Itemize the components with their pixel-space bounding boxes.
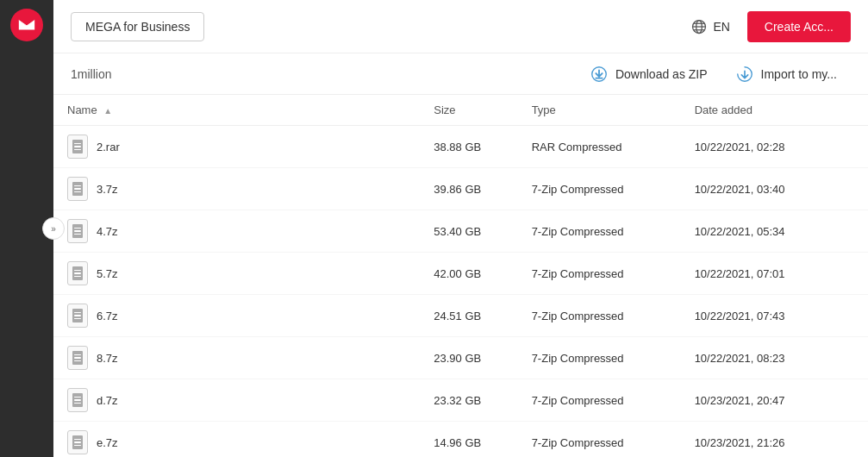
file-date-cell: 10/22/2021, 05:34 [681, 210, 868, 253]
file-name[interactable]: d.7z [97, 394, 118, 407]
language-label: EN [713, 20, 729, 34]
import-button[interactable]: Import to my... [721, 58, 851, 91]
file-name-cell: 8.7z [53, 337, 420, 379]
file-type-cell: 7-Zip Compressed [518, 295, 681, 337]
file-name[interactable]: 8.7z [97, 352, 118, 365]
create-account-button[interactable]: Create Acc... [747, 11, 851, 42]
file-date-cell: 10/22/2021, 07:43 [681, 295, 868, 337]
download-zip-icon [590, 65, 609, 84]
mega-logo[interactable] [10, 9, 43, 41]
file-icon [67, 177, 88, 201]
table-row[interactable]: 5.7z 42.00 GB7-Zip Compressed10/22/2021,… [53, 253, 868, 295]
file-size-cell: 24.51 GB [420, 295, 517, 337]
import-label: Import to my... [761, 67, 837, 81]
language-selector[interactable]: EN [690, 18, 729, 35]
file-name[interactable]: 3.7z [97, 183, 118, 196]
file-date-cell: 10/22/2021, 08:23 [681, 337, 868, 379]
file-size-cell: 23.90 GB [420, 337, 517, 379]
file-size-cell: 42.00 GB [420, 253, 517, 295]
header: MEGA for Business EN Create Acc... [53, 0, 868, 53]
file-type-cell: RAR Compressed [518, 126, 681, 168]
table-row[interactable]: 6.7z 24.51 GB7-Zip Compressed10/22/2021,… [53, 295, 868, 337]
table-header-row: Name ▲ Size Type Date added [53, 95, 868, 126]
import-icon [735, 65, 754, 84]
file-name-cell: d.7z [53, 379, 420, 422]
name-column-header[interactable]: Name ▲ [53, 95, 420, 126]
file-size-cell: 38.88 GB [420, 126, 517, 168]
file-size-cell: 14.96 GB [420, 422, 517, 458]
download-zip-label: Download as ZIP [615, 67, 708, 81]
date-column-header[interactable]: Date added [681, 95, 868, 126]
file-type-cell: 7-Zip Compressed [518, 422, 681, 458]
expand-icon: » [51, 224, 56, 234]
file-table-container: Name ▲ Size Type Date added 2.rar 38.8 [53, 95, 868, 457]
file-size-cell: 23.32 GB [420, 379, 517, 422]
table-row[interactable]: 3.7z 39.86 GB7-Zip Compressed10/22/2021,… [53, 168, 868, 210]
file-type-cell: 7-Zip Compressed [518, 253, 681, 295]
size-column-header[interactable]: Size [420, 95, 517, 126]
file-icon [67, 430, 88, 454]
file-name[interactable]: 5.7z [97, 267, 118, 280]
file-table-body: 2.rar 38.88 GBRAR Compressed10/22/2021, … [53, 126, 868, 458]
file-type-cell: 7-Zip Compressed [518, 210, 681, 253]
download-zip-button[interactable]: Download as ZIP [576, 58, 721, 91]
sidebar-expand-button[interactable]: » [42, 217, 65, 240]
file-size-cell: 39.86 GB [420, 168, 517, 210]
table-row[interactable]: e.7z 14.96 GB7-Zip Compressed10/23/2021,… [53, 422, 868, 458]
file-icon [67, 135, 88, 159]
file-date-cell: 10/23/2021, 20:47 [681, 379, 868, 422]
file-date-cell: 10/22/2021, 07:01 [681, 253, 868, 295]
file-icon [67, 304, 88, 328]
file-name-cell: 3.7z [53, 168, 420, 210]
file-icon [67, 261, 88, 285]
sort-icon: ▲ [103, 106, 112, 116]
globe-icon [690, 18, 708, 35]
file-type-cell: 7-Zip Compressed [518, 379, 681, 422]
table-row[interactable]: 4.7z 53.40 GB7-Zip Compressed10/22/2021,… [53, 210, 868, 253]
file-name-cell: 5.7z [53, 253, 420, 295]
table-row[interactable]: 2.rar 38.88 GBRAR Compressed10/22/2021, … [53, 126, 868, 168]
folder-name: 1million [71, 67, 111, 81]
file-name[interactable]: 2.rar [97, 141, 120, 153]
file-date-cell: 10/22/2021, 03:40 [681, 168, 868, 210]
type-column-header[interactable]: Type [518, 95, 681, 126]
file-name-cell: 2.rar [53, 126, 420, 168]
main-content: MEGA for Business EN Create Acc... 1mill… [53, 0, 868, 457]
file-icon [67, 388, 88, 412]
file-type-cell: 7-Zip Compressed [518, 337, 681, 379]
file-icon [67, 219, 88, 243]
table-row[interactable]: 8.7z 23.90 GB7-Zip Compressed10/22/2021,… [53, 337, 868, 379]
mega-for-business-button[interactable]: MEGA for Business [71, 12, 204, 41]
table-row[interactable]: d.7z 23.32 GB7-Zip Compressed10/23/2021,… [53, 379, 868, 422]
subheader: 1million Download as ZIP Import to my... [53, 53, 868, 95]
file-date-cell: 10/23/2021, 21:26 [681, 422, 868, 458]
sidebar: » [0, 0, 53, 457]
file-date-cell: 10/22/2021, 02:28 [681, 126, 868, 168]
file-name-cell: 6.7z [53, 295, 420, 337]
file-name[interactable]: 4.7z [97, 225, 118, 238]
file-icon [67, 346, 88, 370]
file-name[interactable]: e.7z [97, 436, 118, 449]
file-table: Name ▲ Size Type Date added 2.rar 38.8 [53, 95, 868, 457]
file-name[interactable]: 6.7z [97, 310, 118, 322]
file-type-cell: 7-Zip Compressed [518, 168, 681, 210]
file-name-cell: e.7z [53, 422, 420, 458]
file-name-cell: 4.7z [53, 210, 420, 253]
file-size-cell: 53.40 GB [420, 210, 517, 253]
